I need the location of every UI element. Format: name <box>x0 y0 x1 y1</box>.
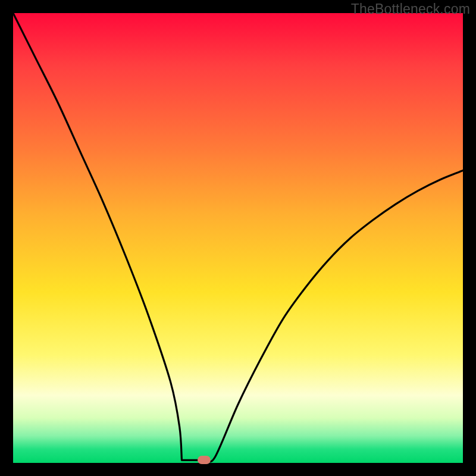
chart-plot-area <box>13 13 463 463</box>
optimal-point-marker <box>198 456 211 464</box>
watermark-text: TheBottleneck.com <box>351 1 470 17</box>
bottleneck-curve <box>13 13 463 463</box>
